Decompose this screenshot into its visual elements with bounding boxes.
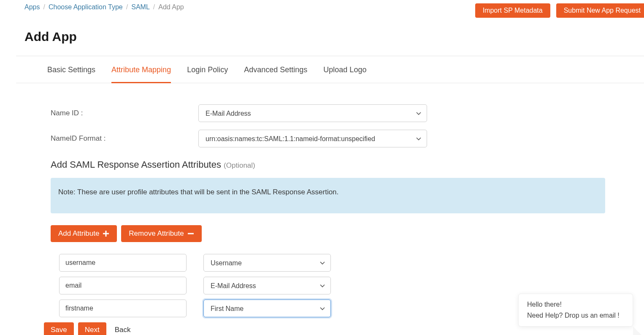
import-sp-metadata-button[interactable]: Import SP Metadata (475, 3, 550, 18)
help-widget-arrow-icon (633, 327, 641, 335)
page-title: Add App (0, 18, 644, 56)
tab-attribute-mapping[interactable]: Attribute Mapping (111, 57, 171, 83)
breadcrumb-separator: / (43, 3, 45, 11)
back-button[interactable]: Back (115, 326, 131, 334)
plus-icon (103, 230, 109, 237)
attribute-row: E-Mail Address (59, 277, 625, 294)
nameid-format-label: NameID Format : (51, 134, 198, 143)
tab-advanced-settings[interactable]: Advanced Settings (244, 57, 307, 83)
tab-basic-settings[interactable]: Basic Settings (47, 57, 95, 83)
add-attribute-button[interactable]: Add Attribute (51, 225, 117, 242)
attribute-key-input[interactable] (59, 300, 187, 317)
next-button[interactable]: Next (78, 322, 106, 335)
attribute-key-input[interactable] (59, 277, 187, 294)
nameid-format-select[interactable]: urn:oasis:names:tc:SAML:1.1:nameid-forma… (198, 130, 427, 147)
breadcrumb-current: Add App (158, 3, 184, 11)
breadcrumb-link-choose-type[interactable]: Choose Application Type (49, 3, 123, 11)
attribute-value-select[interactable]: E-Mail Address (203, 277, 331, 294)
breadcrumb-separator: / (126, 3, 128, 11)
minus-icon (187, 230, 194, 237)
divider (16, 56, 644, 56)
name-id-label: Name ID : (51, 109, 198, 117)
tab-login-policy[interactable]: Login Policy (187, 57, 228, 83)
help-widget[interactable]: Hello there! Need Help? Drop us an email… (518, 294, 633, 327)
remove-attribute-button[interactable]: Remove Attribute (121, 225, 201, 242)
attribute-value-select[interactable]: First Name (203, 300, 331, 317)
help-greeting: Hello there! (527, 301, 624, 308)
tab-upload-logo[interactable]: Upload Logo (323, 57, 366, 83)
optional-label: (Optional) (224, 161, 255, 169)
breadcrumb-link-apps[interactable]: Apps (24, 3, 40, 11)
attribute-row: Username (59, 254, 625, 272)
save-button[interactable]: Save (44, 322, 74, 335)
section-heading: Add SAML Response Assertion Attributes (… (51, 159, 625, 170)
breadcrumb-link-saml[interactable]: SAML (131, 3, 150, 11)
attribute-key-input[interactable] (59, 254, 187, 272)
help-message: Need Help? Drop us an email ! (527, 312, 624, 319)
breadcrumb-separator: / (153, 3, 155, 11)
attribute-value-select[interactable]: Username (203, 254, 331, 272)
note-box: Note: These are user profile attributes … (51, 178, 605, 213)
tabs: Basic Settings Attribute Mapping Login P… (16, 57, 644, 83)
breadcrumb: Apps / Choose Application Type / SAML / … (24, 3, 184, 11)
submit-new-app-request-button[interactable]: Submit New App Request (556, 3, 644, 18)
name-id-select[interactable]: E-Mail Address (198, 104, 427, 122)
